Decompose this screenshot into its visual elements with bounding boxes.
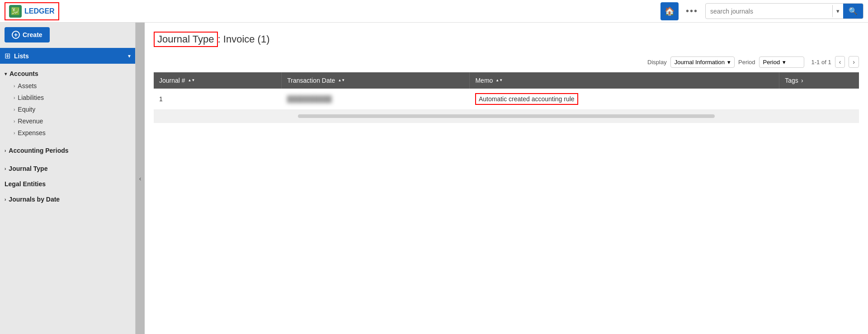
cell-journal-num: 1 xyxy=(154,89,282,110)
revenue-label: Revenue xyxy=(18,118,43,125)
data-table: Journal # ▲▼ Transaction Date ▲▼ Memo xyxy=(154,72,859,123)
pagination-info: 1-1 of 1 xyxy=(811,59,831,66)
equity-arrow-icon: › xyxy=(14,107,15,112)
horizontal-scrollbar[interactable] xyxy=(298,114,715,118)
journal-type-label: Journal Type xyxy=(9,165,47,172)
period-dropdown[interactable]: Period ▾ xyxy=(759,56,804,68)
expenses-arrow-icon: › xyxy=(14,131,15,136)
pagination-next-button[interactable]: › xyxy=(849,56,859,68)
sidebar: + Create ⊞ Lists ▾ ▾ Accounts › Assets ›… xyxy=(0,23,136,334)
dots-icon: ••• xyxy=(686,6,698,16)
journals-by-date-title[interactable]: › Journals by Date xyxy=(5,193,131,206)
journals-by-date-section: › Journals by Date xyxy=(0,190,135,208)
logo-box[interactable]: 💹 LEDGER xyxy=(5,2,59,20)
more-options-button[interactable]: ••• xyxy=(683,6,701,16)
assets-label: Assets xyxy=(18,82,37,89)
logo-text: LEDGER xyxy=(24,7,55,15)
period-dropdown-arrow: ▾ xyxy=(783,59,786,66)
sort-arrows-journal: ▲▼ xyxy=(188,79,195,82)
sort-arrows-date: ▲▼ xyxy=(338,79,345,82)
sidebar-sub-assets[interactable]: › Assets xyxy=(5,80,131,92)
accounting-periods-arrow: › xyxy=(5,148,6,153)
col-transaction-date[interactable]: Transaction Date ▲▼ xyxy=(282,72,470,89)
liabilities-arrow-icon: › xyxy=(14,95,15,100)
title-suffix: : Invoice (1) xyxy=(218,33,270,45)
assets-arrow-icon: › xyxy=(14,84,15,89)
journals-by-date-label: Journals by Date xyxy=(9,196,60,203)
home-button[interactable]: 🏠 xyxy=(660,2,679,20)
period-label: Period xyxy=(738,59,755,66)
display-value: Journal Information xyxy=(675,59,725,66)
col-journal-num[interactable]: Journal # ▲▼ xyxy=(154,72,282,89)
display-dropdown[interactable]: Journal Information ▾ xyxy=(670,56,735,68)
sidebar-sub-expenses[interactable]: › Expenses xyxy=(5,127,131,139)
create-label: Create xyxy=(23,31,42,38)
journals-by-date-arrow: › xyxy=(5,197,6,202)
accounts-section: ▾ Accounts › Assets › Liabilities › Equi… xyxy=(0,65,135,141)
sidebar-collapse-button[interactable]: ‹ xyxy=(136,23,145,334)
sidebar-sub-liabilities[interactable]: › Liabilities xyxy=(5,92,131,103)
journal-type-highlight: Journal Type xyxy=(154,32,218,47)
journal-type-arrow: › xyxy=(5,166,6,171)
table-row[interactable]: 1 ██████████ Automatic created accountin… xyxy=(154,89,859,110)
logo-icon: 💹 xyxy=(9,5,22,18)
sidebar-sub-revenue[interactable]: › Revenue xyxy=(5,115,131,127)
journal-type-title[interactable]: › Journal Type xyxy=(5,162,131,175)
display-label: Display xyxy=(647,59,667,66)
col-memo[interactable]: Memo ▲▼ xyxy=(470,72,779,89)
accounts-title[interactable]: ▾ Accounts xyxy=(5,67,131,80)
create-button[interactable]: + Create xyxy=(5,27,50,42)
transaction-date-value: ██████████ xyxy=(287,95,332,103)
accounting-periods-section: › Accounting Periods xyxy=(0,141,135,160)
page-title: Journal Type: Invoice (1) xyxy=(154,32,859,47)
search-input[interactable] xyxy=(706,5,832,18)
col-tags[interactable]: Tags › xyxy=(779,72,859,89)
sidebar-sub-equity[interactable]: › Equity xyxy=(5,103,131,115)
pagination-prev-button[interactable]: ‹ xyxy=(835,56,845,68)
content-area: Journal Type: Invoice (1) Display Journa… xyxy=(145,23,868,334)
scrollbar-cell xyxy=(154,110,859,123)
cell-transaction-date: ██████████ xyxy=(282,89,470,110)
equity-label: Equity xyxy=(18,106,35,113)
cell-memo: Automatic created accounting rule xyxy=(470,89,779,110)
sidebar-item-lists[interactable]: ⊞ Lists ▾ xyxy=(0,48,135,64)
search-go-button[interactable]: 🔍 xyxy=(843,4,863,19)
col-expand-icon: › xyxy=(801,77,803,84)
cell-tags xyxy=(779,89,859,110)
accounting-periods-title[interactable]: › Accounting Periods xyxy=(5,144,131,157)
main-layout: + Create ⊞ Lists ▾ ▾ Accounts › Assets ›… xyxy=(0,23,868,334)
display-dropdown-arrow: ▾ xyxy=(727,59,731,66)
table-scrollbar-row xyxy=(154,110,859,123)
search-dropdown-button[interactable]: ▾ xyxy=(832,5,843,17)
table-header-row: Journal # ▲▼ Transaction Date ▲▼ Memo xyxy=(154,72,859,89)
accounting-periods-label: Accounting Periods xyxy=(9,147,68,154)
plus-circle-icon: + xyxy=(12,31,20,39)
top-bar: 💹 LEDGER 🏠 ••• ▾ 🔍 xyxy=(0,0,868,23)
search-container: ▾ 🔍 xyxy=(705,3,863,19)
grid-icon: ⊞ xyxy=(5,52,10,60)
legal-entities-label: Legal Entities xyxy=(5,180,46,188)
sidebar-item-legal-entities[interactable]: Legal Entities xyxy=(0,178,135,190)
period-value: Period xyxy=(763,59,780,66)
expenses-label: Expenses xyxy=(18,129,45,136)
home-icon: 🏠 xyxy=(665,6,675,16)
accounts-arrow: ▾ xyxy=(5,71,7,76)
memo-value: Automatic created accounting rule xyxy=(475,93,578,105)
journal-type-section: › Journal Type xyxy=(0,160,135,178)
revenue-arrow-icon: › xyxy=(14,119,15,124)
lists-label: Lists xyxy=(14,52,29,60)
sort-arrows-memo: ▲▼ xyxy=(495,79,503,82)
liabilities-label: Liabilities xyxy=(18,94,44,101)
accounts-label: Accounts xyxy=(9,70,38,77)
lists-arrow: ▾ xyxy=(128,53,131,59)
display-bar: Display Journal Information ▾ Period Per… xyxy=(154,56,859,68)
